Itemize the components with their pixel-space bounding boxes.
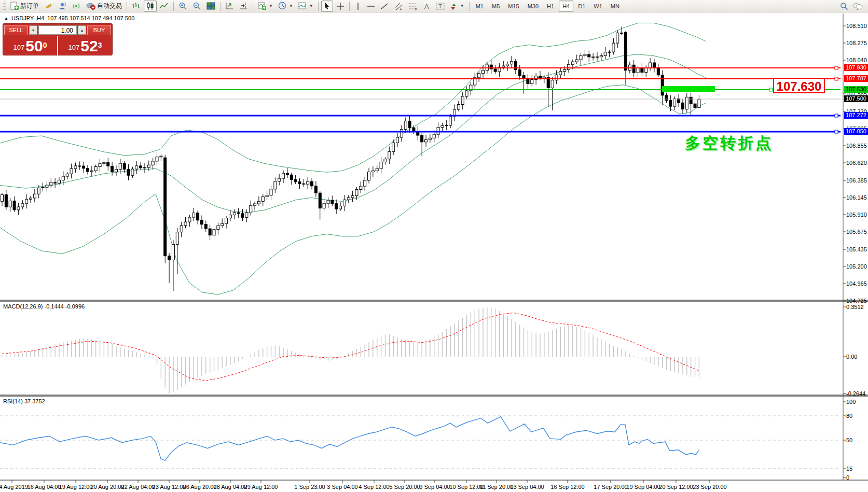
price-axis-tick: 105.435 [846,246,868,252]
main-price-pane[interactable] [0,23,841,294]
candle-bull [50,182,52,185]
candle-bear [539,76,541,78]
candle-bear [522,76,525,78]
candle-bull [143,167,146,168]
candle-bull [637,68,639,73]
volume-increase-button[interactable]: ▲ [78,25,86,35]
candle-bull [1,195,4,202]
candle-bull [250,205,252,213]
candle-bull [156,157,158,161]
price-axis-tick: 106.145 [846,194,868,201]
candle-bear [494,69,497,72]
candle-bear [632,65,635,73]
time-axis-label: 26 Aug 20:00 [183,484,217,490]
buy-price[interactable]: 107 52 3 [58,36,112,55]
candle-bull [531,80,533,84]
macd-indicator-label: MACD(12,26,9) -0.1444 -0.0996 [3,303,85,310]
candle-bull [429,138,431,139]
line-handle[interactable] [835,114,838,117]
candle-bull [616,33,619,43]
candle-bull [90,171,93,171]
candle-bull [592,57,595,58]
candle-bull [368,172,370,180]
candle-bull [9,201,11,207]
macd-signal-line [2,313,699,381]
line-handle[interactable] [835,66,838,69]
rsi-pane[interactable] [0,416,841,469]
price-axis-tick: 106.620 [846,160,868,166]
candle-bull [188,217,191,222]
candle-bull [604,52,607,56]
candle-bull [396,137,399,143]
candle-bear [665,95,668,101]
rsi-axis-tick: 100 [846,399,868,405]
candle-bull [151,161,154,165]
time-axis-label: 23 Sep 20:00 [693,484,726,490]
candle-bull [555,75,558,80]
support-zone-rect[interactable] [662,86,715,92]
chart-canvas[interactable] [0,0,868,492]
volume-decrease-button[interactable]: ▼ [29,25,37,35]
candle-bear [661,75,664,95]
candle-bear [5,195,7,207]
time-axis-label: 14 Aug 2019 [0,484,28,490]
order-panel-prices: 107 50 0 107 52 3 [3,36,112,55]
candle-bull [580,55,582,60]
candle-bull [649,63,652,68]
candle-bear [123,163,126,169]
candle-bear [197,213,199,220]
turning-point-note[interactable]: 多空转折点 [685,133,773,154]
time-axis-label: 4 Sep 12:00 [359,484,389,490]
volume-input[interactable]: 1.00 [38,25,77,35]
candle-bull [225,218,228,224]
candle-bull [461,96,464,105]
collapse-arrow-icon[interactable]: ▲ [4,16,8,21]
candle-bull [103,162,105,163]
candle-bull [445,125,448,126]
candle-bear [331,200,334,203]
macd-axis-tick: 0.3512 [846,304,868,310]
line-handle[interactable] [769,88,773,91]
candle-bear [200,220,203,224]
time-axis-label: 13 Sep 04:00 [510,484,544,490]
candle-bull [62,176,64,180]
candle-bull [388,151,391,159]
candle-bear [294,180,297,182]
line-handle[interactable] [835,77,838,80]
candle-bull [457,104,460,109]
chart-symbol-title: USDJPY-,H4 [11,15,44,21]
candle-bull [400,130,403,137]
price-axis-tick: 104.725 [846,298,868,304]
candle-bull [266,195,268,197]
sell-button[interactable]: SELL [4,25,28,35]
price-level-callout[interactable]: 107.630 [773,78,825,93]
time-axis-label: 19 Sep 04:00 [626,484,660,490]
candle-bull [506,64,509,66]
price-axis-tick: 105.910 [846,212,868,218]
candle-bull [94,166,97,171]
candle-bull [392,143,395,151]
candle-bull [596,57,598,58]
price-axis-tick: 105.200 [846,263,868,270]
candle-bear [209,229,211,235]
line-handle[interactable] [835,130,838,133]
candle-bear [412,128,415,131]
macd-axis-tick: -0.2644 [846,390,868,397]
candle-bear [421,135,423,142]
candle-bull [559,72,562,75]
candle-bear [311,181,313,186]
price-axis-badge-107.930: 107.930 [844,64,868,71]
candle-bull [571,62,574,64]
candle-bear [111,166,114,172]
buy-price-pip: 3 [98,36,102,54]
price-axis-badge-107.050: 107.050 [844,128,868,135]
candle-bull [425,139,428,142]
rsi-indicator-label: RSI(14) 37.3752 [3,398,45,404]
candle-bull [364,180,366,186]
candle-bull [184,222,187,226]
sell-price[interactable]: 107 50 0 [3,36,58,55]
candle-bear [13,201,16,209]
macd-pane[interactable] [2,307,699,393]
buy-button[interactable]: BUY [87,25,111,35]
candle-bear [82,166,85,168]
